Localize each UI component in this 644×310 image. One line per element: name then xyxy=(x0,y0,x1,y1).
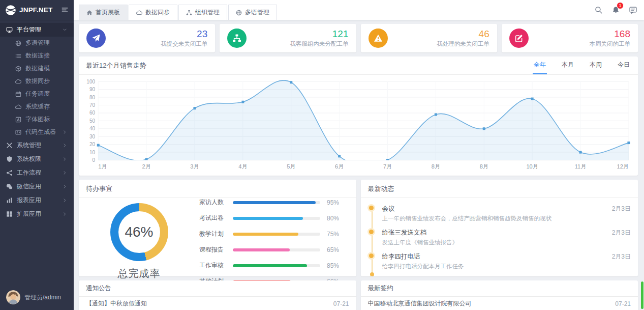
svg-text:11月: 11月 xyxy=(575,163,587,170)
chevron-right-icon xyxy=(62,129,68,135)
notifications-button[interactable]: 1 xyxy=(612,6,620,14)
tab-org-manage[interactable]: 组织管理 xyxy=(178,5,227,20)
sidebar-item-label: 数据连接 xyxy=(25,51,50,60)
stat-info: 46我处理的未关闭工单 xyxy=(437,29,489,48)
chevron-right-icon xyxy=(62,211,68,217)
sales-title: 最近12个月销售走势 xyxy=(86,61,146,70)
sidebar-item-report-app[interactable]: 报表应用 xyxy=(0,193,74,207)
progress-row-1: 家访人数95% xyxy=(193,198,348,207)
sidebar-item-sys-manage[interactable]: 系统管理 xyxy=(0,138,74,152)
stat-info: 168本周关闭的工单 xyxy=(590,29,631,48)
sidebar-item-label: 数据建模 xyxy=(25,64,50,73)
progress-row-3: 教学计划75% xyxy=(193,230,348,238)
timeline-item-title: 会议 xyxy=(382,205,395,213)
donut-chart: 46% xyxy=(110,203,168,261)
timeline-item-title: 给张三发送文档 xyxy=(382,229,427,237)
todo-card-header: 待办事宜 xyxy=(79,180,356,198)
sidebar-item-label: 系统缓存 xyxy=(25,102,50,111)
globe-icon xyxy=(15,40,21,46)
svg-text:100: 100 xyxy=(86,79,95,84)
progress-row-4: 课程报告65% xyxy=(193,245,348,254)
timeline-item-2: 给张三发送文档2月3日发送上年度《销售业绩报告》 xyxy=(382,229,631,246)
range-tab-今日[interactable]: 今日 xyxy=(617,57,631,74)
collapse-sidebar-icon[interactable] xyxy=(61,6,69,14)
chevron-down-icon xyxy=(62,27,68,33)
cloud-icon xyxy=(15,104,21,110)
tab-home[interactable]: 首页展板 xyxy=(79,5,128,20)
sidebar-item-platform[interactable]: 平台管理 xyxy=(0,23,74,37)
chevron-right-icon xyxy=(62,156,68,162)
tab-label: 首页展板 xyxy=(96,8,120,17)
main-area: 首页展板数据同步组织管理多语管理 1 23我提交未关闭工单121我客服组内未分配… xyxy=(74,0,644,310)
timeline-dot xyxy=(369,206,374,210)
timeline-item-1: 会议2月3日上一年的销售业绩发布会，总结产品营销和销售趋势及销售的现状 xyxy=(382,205,631,222)
activity-timeline: 会议2月3日上一年的销售业绩发布会，总结产品营销和销售趋势及销售的现状给张三发送… xyxy=(361,198,638,276)
sidebar-item-label: 字体图标 xyxy=(25,115,50,124)
completion-donut: 46% 总完成率 xyxy=(87,203,191,280)
progress-label: 教学计划 xyxy=(193,230,233,238)
barchart-icon xyxy=(6,197,13,204)
svg-text:10: 10 xyxy=(89,150,96,155)
timeline-item-desc: 上一年的销售业绩发布会，总结产品营销和销售趋势及销售的现状 xyxy=(382,215,631,222)
stat-info: 121我客服组内未分配工单 xyxy=(290,29,349,48)
sidebar-item-font-icons[interactable]: 字体图标 xyxy=(0,113,74,126)
sidebar-item-sys-cache[interactable]: 系统缓存 xyxy=(0,100,74,113)
todo-title: 待办事宜 xyxy=(86,184,112,193)
svg-text:80: 80 xyxy=(89,95,96,100)
tab-label: 组织管理 xyxy=(195,8,220,17)
stat-value: 46 xyxy=(437,29,489,39)
todo-body: 46% 总完成率 家访人数95%考试出卷80%教学计划75%课程报告65%工作审… xyxy=(79,198,356,286)
tab-multilang[interactable]: 多语管理 xyxy=(228,5,277,20)
contract-row-1[interactable]: 中国移动北京通信集团设计院有限公司07-21 xyxy=(368,297,631,310)
stat-card-1: 23我提交未关闭工单 xyxy=(79,24,215,52)
user-profile[interactable]: 管理员/admin xyxy=(0,285,74,310)
sidebar-item-wechat-app[interactable]: 微信应用 xyxy=(0,180,74,193)
sidebar-item-code-generator[interactable]: 代码生成器 xyxy=(0,126,74,138)
sidebar-item-multilang[interactable]: 多语管理 xyxy=(0,37,74,49)
sidebar-item-label: 报表应用 xyxy=(17,196,41,205)
bottom-row: 通知公告 【通知】中秋放假通知07-21【公告】领取公司第二期采购任务单07-2… xyxy=(79,280,638,310)
notice-title: 通知公告 xyxy=(86,284,111,293)
calendar-icon xyxy=(15,91,21,97)
sidebar-item-data-sync[interactable]: 数据同步 xyxy=(0,75,74,88)
sidebar-item-data-model[interactable]: 数据建模 xyxy=(0,62,74,75)
code-icon xyxy=(15,129,21,135)
range-tab-本周[interactable]: 本周 xyxy=(589,57,603,74)
svg-text:30: 30 xyxy=(89,134,96,139)
range-tab-本月[interactable]: 本月 xyxy=(561,57,575,74)
sidebar-item-task-schedule[interactable]: 任务调度 xyxy=(0,88,74,100)
progress-track xyxy=(233,264,320,267)
svg-text:90: 90 xyxy=(89,87,96,92)
stat-label: 我客服组内未分配工单 xyxy=(290,40,349,48)
notice-row-1[interactable]: 【通知】中秋放假通知07-21 xyxy=(86,297,349,310)
notice-date: 07-21 xyxy=(333,300,349,307)
stat-icon-circle xyxy=(227,29,247,48)
scrollbar-thumb[interactable] xyxy=(641,281,643,309)
svg-text:1月: 1月 xyxy=(98,163,107,170)
sidebar-item-label: 多语管理 xyxy=(25,39,50,47)
tab-data-sync[interactable]: 数据同步 xyxy=(129,5,177,20)
progress-fill xyxy=(233,233,298,236)
timeline-dot xyxy=(369,230,374,234)
sidebar-item-label: 代码生成器 xyxy=(25,128,56,136)
svg-text:4月: 4月 xyxy=(238,163,247,170)
range-tab-全年[interactable]: 全年 xyxy=(533,57,547,74)
timeline-end-dot xyxy=(370,272,374,276)
svg-text:50: 50 xyxy=(89,118,96,124)
sidebar-item-sys-auth[interactable]: 系统权限 xyxy=(0,152,74,166)
sidebar-item-extension-app[interactable]: 扩展应用 xyxy=(0,207,74,221)
messages-button[interactable] xyxy=(629,6,637,14)
tab-label: 多语管理 xyxy=(245,8,269,17)
search-button[interactable] xyxy=(595,6,602,14)
contracts-card: 最新签约 中国移动北京通信集团设计院有限公司07-21中科隆信息技术股份有限公司… xyxy=(361,280,638,310)
tab-bar: 首页展板数据同步组织管理多语管理 1 xyxy=(74,0,644,20)
sidebar-item-workflow[interactable]: 工作流程 xyxy=(0,166,74,180)
stat-label: 本周关闭的工单 xyxy=(590,40,631,48)
svg-text:70: 70 xyxy=(89,102,96,108)
donut-caption: 总完成率 xyxy=(118,267,161,280)
timeline-item-desc: 发送上年度《销售业绩报告》 xyxy=(382,239,631,246)
range-tabs: 全年本月本周今日 xyxy=(533,57,631,74)
edit-icon xyxy=(514,34,524,43)
svg-text:10月: 10月 xyxy=(526,163,538,170)
sidebar-item-data-connect[interactable]: 数据连接 xyxy=(0,49,74,62)
